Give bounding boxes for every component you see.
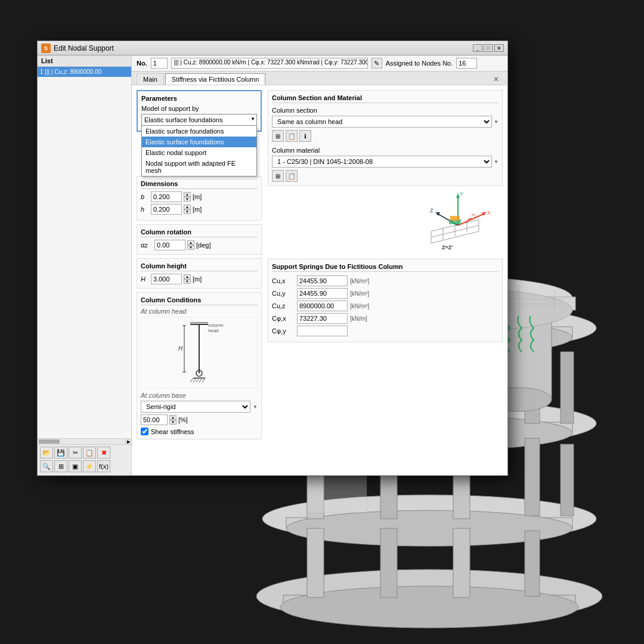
dimensions-section: Dimensions b ▲ ▼ [m] h xyxy=(137,176,262,221)
h-input[interactable] xyxy=(151,204,182,215)
cu-z-input[interactable] xyxy=(297,301,348,311)
section-btn-2[interactable]: 📋 xyxy=(286,130,298,142)
column-rotation-section: Column rotation αz ▲ ▼ [deg] xyxy=(137,224,262,255)
svg-line-52 xyxy=(193,378,196,382)
svg-rect-17 xyxy=(453,528,470,597)
formula-btn[interactable]: f(x) xyxy=(97,460,110,472)
edit-icon[interactable]: ✎ xyxy=(371,58,382,69)
assigned-label: Assigned to Nodes No. xyxy=(386,60,453,67)
pct-spin-up[interactable]: ▲ xyxy=(169,415,177,420)
view-btn[interactable]: ▣ xyxy=(69,460,82,472)
az-label: αz xyxy=(141,242,153,249)
axis-diagram: Y X Z α xyxy=(268,190,503,255)
H-spin-up[interactable]: ▲ xyxy=(184,274,191,279)
copy-btn[interactable]: 📋 xyxy=(83,447,96,459)
no-input[interactable] xyxy=(151,58,168,69)
pct-spin-down[interactable]: ▼ xyxy=(169,420,177,425)
cphi-y-label: Cφ,y xyxy=(272,327,295,335)
percent-input[interactable] xyxy=(141,414,168,425)
cu-z-unit: [kN/m²] xyxy=(350,303,369,309)
at-column-head-label: At column head xyxy=(141,308,258,315)
tab-main[interactable]: Main xyxy=(137,73,164,85)
render-btn[interactable]: ⚡ xyxy=(83,460,96,472)
dropdown-open-list: Elastic surface foundations Elastic surf… xyxy=(141,126,257,177)
H-unit: [m] xyxy=(193,275,202,283)
dropdown-option-1[interactable]: Elastic surface foundations xyxy=(142,126,256,137)
material-dropdown[interactable]: 1 - C25/30 | DIN 1045-1:2008-08 xyxy=(272,156,492,168)
new-btn[interactable]: 📂 xyxy=(40,447,53,459)
cu-y-unit: [kN/m²] xyxy=(350,290,369,297)
base-type-dropdown[interactable]: Semi-rigid xyxy=(141,401,250,413)
svg-text:X: X xyxy=(487,210,491,216)
dropdown-option-4[interactable]: Nodal support with adapted FE mesh xyxy=(142,158,256,176)
svg-text:H: H xyxy=(178,345,183,352)
params-title: Parameters xyxy=(141,95,257,102)
model-dropdown[interactable]: Elastic surface foundations xyxy=(141,114,257,126)
main-content: Parameters Model of support by Elastic s… xyxy=(132,85,507,475)
list-header: List xyxy=(38,55,131,67)
close-button[interactable]: ✕ xyxy=(494,44,504,52)
zoom-btn[interactable]: 🔍 xyxy=(40,460,53,472)
maximize-button[interactable]: □ xyxy=(484,44,493,52)
h-spin-up[interactable]: ▲ xyxy=(184,205,191,209)
svg-line-53 xyxy=(196,378,199,382)
svg-rect-78 xyxy=(450,216,460,221)
H-spin-down[interactable]: ▼ xyxy=(184,279,191,284)
h-unit: [m] xyxy=(193,206,202,213)
dialog-title: Edit Nodal Support xyxy=(54,44,114,52)
springs-title: Support Springs Due to Fictitious Column xyxy=(272,263,499,272)
az-spin-up[interactable]: ▲ xyxy=(187,240,194,245)
dropdown-option-3[interactable]: Elastic nodal support xyxy=(142,147,256,158)
assigned-input[interactable] xyxy=(456,58,477,69)
tab-stiffness[interactable]: Stiffness via Fictitious Column xyxy=(165,73,266,85)
at-base-label: At column base xyxy=(141,392,258,399)
delete-btn[interactable]: ✖ xyxy=(97,447,110,459)
b-input[interactable] xyxy=(151,191,182,202)
svg-rect-22 xyxy=(525,438,540,516)
minimize-button[interactable]: _ xyxy=(473,44,482,52)
model-label: Model of support by xyxy=(141,105,257,112)
section-btn-3[interactable]: ℹ xyxy=(299,130,311,142)
material-label: Column material xyxy=(272,147,499,154)
mat-btn-2[interactable]: 📋 xyxy=(286,170,298,182)
save-btn[interactable]: 💾 xyxy=(54,447,67,459)
b-label: b xyxy=(141,193,149,200)
dialog-window: S Edit Nodal Support _ □ ✕ List 1 ||| | … xyxy=(37,41,508,476)
svg-text:Z: Z xyxy=(430,208,434,213)
pct-unit: [%] xyxy=(178,416,188,423)
cphi-x-input[interactable] xyxy=(297,313,348,324)
model-dropdown-container: Elastic surface foundations ▼ Elastic su… xyxy=(141,114,257,126)
az-spin-down[interactable]: ▼ xyxy=(187,245,194,250)
dropdown-option-2[interactable]: Elastic surface foundations xyxy=(142,137,256,147)
h-label: h xyxy=(141,206,149,213)
h-spin-down[interactable]: ▼ xyxy=(184,209,191,214)
title-bar: S Edit Nodal Support _ □ ✕ xyxy=(38,41,507,55)
b-spin-up[interactable]: ▲ xyxy=(184,192,191,197)
shear-checkbox[interactable] xyxy=(141,428,148,435)
section-title: Column Section and Material xyxy=(272,94,499,103)
cu-y-input[interactable] xyxy=(297,288,348,299)
tab-close-x[interactable]: ✕ xyxy=(490,74,503,85)
cu-x-unit: [kN/m²] xyxy=(350,278,369,284)
az-input[interactable] xyxy=(154,240,185,250)
support-springs-section: Support Springs Due to Fictitious Column… xyxy=(268,259,503,342)
section-btn-1[interactable]: ⊞ xyxy=(272,130,284,142)
h-scrollbar[interactable]: ▶ xyxy=(38,438,131,444)
svg-rect-20 xyxy=(380,528,397,597)
mat-btn-1[interactable]: ⊞ xyxy=(272,170,284,182)
cu-y-label: Cu,y xyxy=(272,290,295,297)
H-label: H xyxy=(141,275,149,283)
cut-btn[interactable]: ✂ xyxy=(69,447,82,459)
svg-line-55 xyxy=(202,378,205,382)
svg-text:Y: Y xyxy=(460,191,463,197)
cu-x-input[interactable] xyxy=(297,275,348,286)
cphi-y-input[interactable] xyxy=(297,326,348,336)
list-item[interactable]: 1 ||| | Cu,z: 8900000.00 xyxy=(38,67,131,77)
svg-rect-14 xyxy=(307,528,324,597)
grid-btn[interactable]: ⊞ xyxy=(54,460,67,472)
section-label: Column section xyxy=(272,107,499,114)
b-spin-down[interactable]: ▼ xyxy=(184,197,191,202)
svg-text:Z: Z xyxy=(475,214,477,218)
section-dropdown[interactable]: Same as column head xyxy=(272,116,492,128)
H-input[interactable] xyxy=(151,274,182,284)
